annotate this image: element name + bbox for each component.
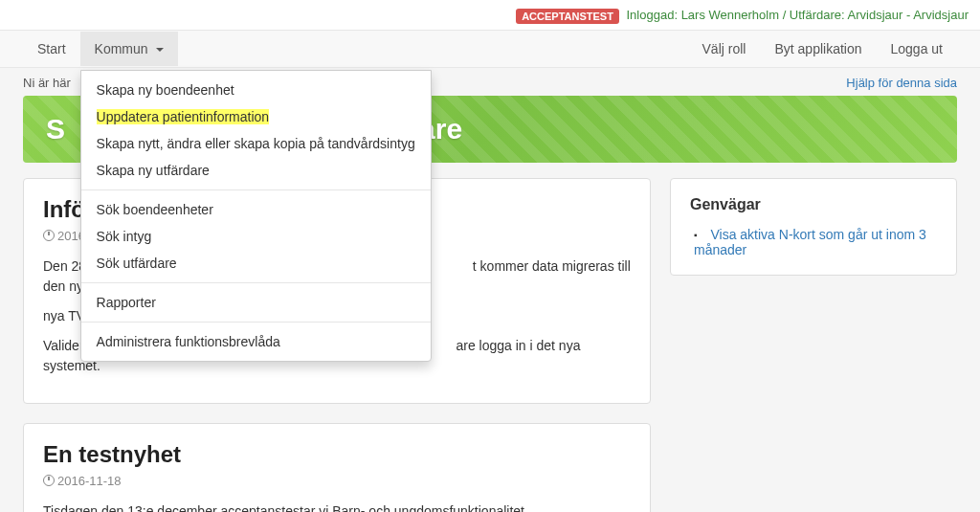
nav-start[interactable]: Start <box>23 32 80 66</box>
shortcut-item: Visa aktiva N-kort som går ut inom 3 mån… <box>694 227 937 257</box>
nav-kommun[interactable]: Kommun Skapa ny boendeenhet Uppdatera pa… <box>80 32 178 66</box>
nav-byt-applikation[interactable]: Byt applikation <box>760 32 876 66</box>
topbar: ACCEPTANSTEST Inloggad: Lars Wennerholm … <box>0 0 980 30</box>
news-panel-2: En testnyhet 2016-11-18 Tisdagen den 13:… <box>23 423 651 512</box>
dd-sok-intyg[interactable]: Sök intyg <box>81 223 431 250</box>
clock-icon <box>43 475 55 486</box>
dd-rapporter[interactable]: Rapporter <box>81 289 431 316</box>
dd-skapa-tandvardsintyg[interactable]: Skapa nytt, ändra eller skapa kopia på t… <box>81 130 431 157</box>
login-info: Inloggad: Lars Wennerholm / Utfärdare: A… <box>627 8 969 22</box>
nav-valj-roll[interactable]: Välj roll <box>688 32 761 66</box>
shortcut-link-nkort[interactable]: Visa aktiva N-kort som går ut inom 3 mån… <box>694 227 926 257</box>
dropdown-divider <box>81 282 431 283</box>
navbar: Start Kommun Skapa ny boendeenhet Uppdat… <box>0 30 980 68</box>
dd-admin-funktionsbrevlada[interactable]: Administrera funktionsbrevlåda <box>81 328 431 355</box>
news2-title: En testnyhet <box>43 441 631 468</box>
dd-sok-boendeenheter[interactable]: Sök boendeenheter <box>81 196 431 223</box>
nav-logga-ut[interactable]: Logga ut <box>877 32 958 66</box>
dd-uppdatera-patientinfo[interactable]: Uppdatera patientinformation <box>81 103 431 130</box>
dropdown-divider <box>81 189 431 190</box>
help-link[interactable]: Hjälp för denna sida <box>846 76 957 90</box>
dd-skapa-utfardare[interactable]: Skapa ny utfärdare <box>81 157 431 184</box>
news2-para1: Tisdagen den 13:e december acceptanstest… <box>43 501 631 512</box>
kommun-dropdown: Skapa ny boendeenhet Uppdatera patientin… <box>80 70 432 362</box>
shortcuts-panel: Genvägar Visa aktiva N-kort som går ut i… <box>670 178 957 276</box>
news2-date: 2016-11-18 <box>43 474 631 488</box>
chevron-down-icon <box>156 48 164 52</box>
breadcrumb: Ni är här <box>23 76 71 90</box>
dd-skapa-boendeenhet[interactable]: Skapa ny boendeenhet <box>81 77 431 103</box>
dd-sok-utfardare[interactable]: Sök utfärdare <box>81 250 431 277</box>
clock-icon <box>43 230 55 241</box>
env-badge: ACCEPTANSTEST <box>516 9 619 24</box>
dropdown-divider <box>81 322 431 323</box>
shortcuts-heading: Genvägar <box>690 196 937 213</box>
